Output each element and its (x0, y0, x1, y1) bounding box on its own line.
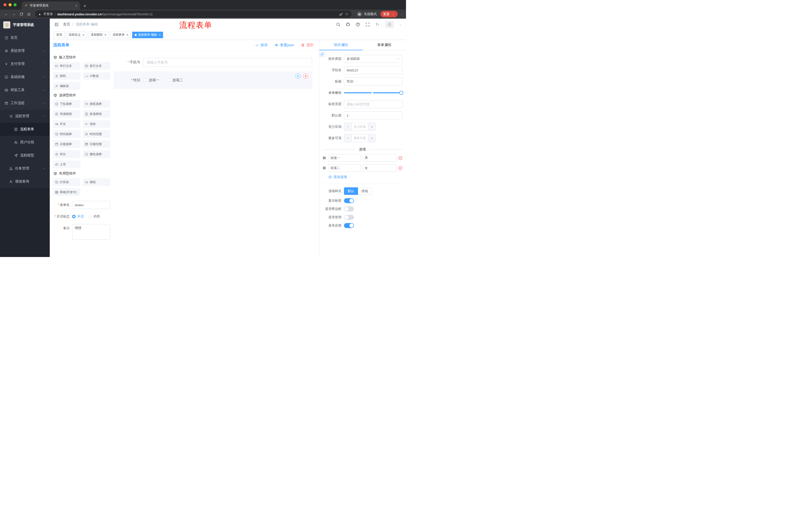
palette-item-single-line-text[interactable]: 单行文本 (53, 62, 80, 70)
palette-item-cascader[interactable]: 级联选择 (83, 100, 110, 108)
close-icon[interactable]: × (105, 33, 107, 37)
delete-widget-button[interactable] (303, 74, 308, 79)
forward-button[interactable]: → (10, 11, 17, 17)
checkbox-option[interactable]: 选项二 (167, 78, 183, 82)
style-button-button[interactable]: 按钮 (358, 187, 372, 195)
decrease-button[interactable]: − (344, 134, 351, 142)
tab-close-icon[interactable]: × (76, 3, 77, 7)
palette-item-slider[interactable]: 滑块 (83, 120, 110, 128)
palette-item-table[interactable]: 表格[开发中] (53, 188, 80, 196)
sidebar-toggle-icon[interactable] (54, 22, 59, 27)
palette-item-upload[interactable]: 上传 (53, 160, 80, 168)
form-remark-textarea[interactable]: 嘿嘿 (72, 224, 110, 240)
reload-button[interactable] (18, 11, 25, 17)
radio-disabled[interactable]: 关闭 (88, 214, 100, 219)
github-icon[interactable] (346, 22, 350, 27)
search-icon[interactable] (336, 22, 341, 27)
copy-widget-button[interactable] (295, 74, 300, 79)
maximize-window-button[interactable] (13, 3, 17, 6)
new-tab-button[interactable]: + (83, 3, 86, 8)
sidebar-item-payment[interactable]: ¥支付管理 (0, 57, 50, 71)
password-key-icon[interactable] (339, 12, 343, 16)
sidebar-item-task-management[interactable]: 任务管理 (0, 162, 50, 175)
view-json-button[interactable]: 查看json (274, 43, 294, 48)
palette-item-rate[interactable]: 评分 (53, 151, 80, 158)
collapse-handle[interactable] (319, 52, 325, 57)
tagview-process-definition[interactable]: 流程定义× (66, 32, 87, 38)
add-option-button[interactable]: 添加选项 (328, 175, 403, 179)
tagview-process-model[interactable]: 流程模型× (88, 32, 109, 38)
palette-item-color-picker[interactable]: 颜色选择 (83, 151, 110, 158)
palette-item-checkbox-group[interactable]: 多选框组 (83, 110, 110, 118)
palette-item-time-picker[interactable]: 时间选择 (53, 130, 80, 138)
option-label-input[interactable] (328, 164, 361, 172)
drag-handle-icon[interactable] (322, 166, 326, 170)
checkbox-icon[interactable] (143, 78, 147, 82)
help-icon[interactable] (356, 22, 360, 27)
save-button[interactable]: 保存 (255, 43, 267, 48)
option-value-input[interactable] (362, 154, 397, 162)
field-phone[interactable]: 手机号 (114, 58, 312, 67)
sidebar-item-leave-query[interactable]: 请假查询 (0, 175, 50, 188)
palette-item-multi-line-text[interactable]: 多行文本 (83, 62, 110, 70)
chevron-down-icon[interactable]: ⌄ (401, 12, 403, 16)
remove-option-icon[interactable] (398, 166, 403, 170)
switch-required[interactable] (344, 223, 354, 228)
option-value-input[interactable] (362, 164, 397, 172)
palette-item-switch[interactable]: 开关 (53, 120, 80, 128)
drag-handle-icon[interactable] (322, 156, 326, 160)
browser-tab[interactable]: 芋道管理系统 × (22, 1, 80, 9)
palette-item-row-container[interactable]: 行容器 (53, 178, 80, 186)
palette-item-password[interactable]: 密码 (53, 72, 80, 80)
palette-item-select[interactable]: 下拉选择 (53, 100, 80, 108)
sidebar-item-process-model[interactable]: 流程模型 (0, 149, 50, 162)
close-window-button[interactable] (3, 3, 6, 6)
remove-option-icon[interactable] (398, 156, 403, 160)
palette-item-radio-group[interactable]: 单选框组 (53, 110, 80, 118)
palette-item-date-range[interactable]: 日期范围 (83, 140, 110, 148)
increase-button[interactable]: + (368, 123, 375, 131)
close-icon[interactable]: × (159, 33, 161, 37)
switch-show-label[interactable] (344, 198, 354, 203)
palette-item-button[interactable]: 按钮 (83, 178, 110, 186)
sidebar-item-infrastructure[interactable]: 基础设施 (0, 71, 50, 83)
close-icon[interactable]: × (82, 33, 84, 37)
sidebar-item-process-management[interactable]: 流程管理 (0, 110, 50, 123)
user-avatar[interactable] (385, 21, 394, 28)
back-button[interactable]: ← (3, 11, 9, 17)
phone-input[interactable] (143, 58, 312, 67)
option-label-input[interactable] (328, 154, 361, 162)
default-value-input[interactable] (344, 111, 403, 119)
switch-disabled[interactable] (344, 215, 354, 220)
sidebar-item-workflow[interactable]: 工作流程 (0, 97, 50, 110)
sidebar-item-system[interactable]: 系统管理 (0, 44, 50, 57)
switch-border[interactable] (344, 207, 354, 212)
menu-dots-icon[interactable]: ⋮ (392, 12, 395, 16)
radio-enabled[interactable]: 开启 (72, 214, 84, 219)
tagview-process-form[interactable]: 流程表单× (110, 32, 131, 38)
app-logo[interactable]: 芋道管理系统 (0, 19, 50, 31)
field-gender-selected-widget[interactable]: 性别 选项一选项二 (114, 72, 312, 89)
decrease-button[interactable]: − (344, 123, 351, 131)
form-canvas[interactable]: 手机号 性别 选项一选项二 (114, 51, 319, 257)
breadcrumb-home[interactable]: 首页 (63, 22, 70, 27)
update-browser-button[interactable]: 更新 ⋮ (380, 11, 398, 17)
label-width-input[interactable] (344, 100, 403, 108)
clear-button[interactable]: 清空 (301, 43, 314, 48)
palette-item-date-picker[interactable]: 日期选择 (53, 140, 80, 148)
checkbox-option[interactable]: 选项一 (143, 78, 159, 82)
slider-track[interactable] (344, 92, 403, 93)
style-default-button[interactable]: 默认 (344, 187, 358, 195)
tagview-process-form-edit[interactable]: 流程表单-编辑× (132, 32, 163, 38)
sidebar-item-dev-tools[interactable]: 研发工具 (0, 83, 50, 97)
tab-component-props[interactable]: 组件属性 (319, 40, 363, 50)
palette-item-time-range[interactable]: 时间范围 (83, 130, 110, 138)
address-bar[interactable]: ▲ 不安全 dashboard.yudao.iocoder.cn/bpm/man… (35, 10, 351, 18)
font-size-icon[interactable]: TT (375, 22, 380, 27)
increase-button[interactable]: + (368, 134, 375, 142)
form-name-input[interactable] (72, 201, 110, 209)
sidebar-item-process-form[interactable]: 流程表单 (0, 123, 50, 136)
checkbox-icon[interactable] (167, 78, 170, 82)
sidebar-item-user-group[interactable]: 用户分组 (0, 136, 50, 149)
close-icon[interactable]: × (126, 33, 128, 37)
